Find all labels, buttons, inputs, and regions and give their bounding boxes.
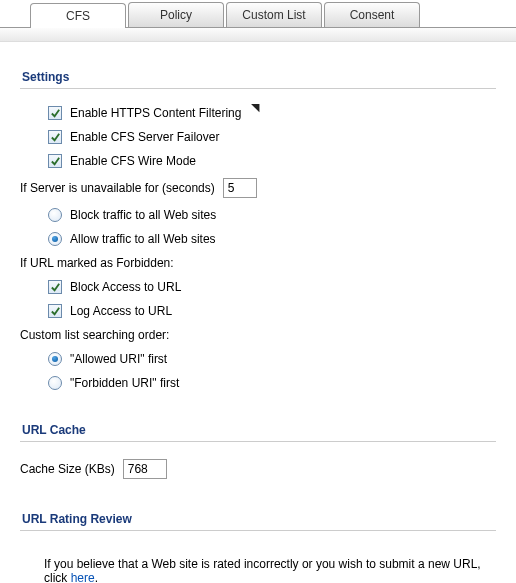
input-cache-size[interactable] <box>123 459 167 479</box>
label-url-forbidden: If URL marked as Forbidden: <box>20 256 174 270</box>
tab-bar: CFS Policy Custom List Consent <box>0 0 516 28</box>
label-block-url: Block Access to URL <box>70 280 181 294</box>
label-cfs-wire: Enable CFS Wire Mode <box>70 154 196 168</box>
rating-tail: . <box>95 571 98 583</box>
label-cache-size: Cache Size (KBs) <box>20 462 115 476</box>
radio-allow-all[interactable] <box>48 232 62 246</box>
section-header-url-cache: URL Cache <box>20 395 496 442</box>
tab-custom-list[interactable]: Custom List <box>226 2 322 27</box>
checkbox-log-url[interactable] <box>48 304 62 318</box>
checkbox-block-url[interactable] <box>48 280 62 294</box>
label-cfs-failover: Enable CFS Server Failover <box>70 130 219 144</box>
label-https-filter: Enable HTTPS Content Filtering <box>70 106 241 120</box>
rating-info: If you believe that a Web site is rated … <box>20 543 496 583</box>
label-log-url: Log Access to URL <box>70 304 172 318</box>
caret-icon: ◥ <box>251 101 259 114</box>
label-forbidden-first: "Forbidden URI" first <box>70 376 179 390</box>
section-header-settings: Settings <box>20 42 496 89</box>
radio-allowed-first[interactable] <box>48 352 62 366</box>
tab-policy[interactable]: Policy <box>128 2 224 27</box>
gloss-bar <box>0 28 516 42</box>
tab-consent[interactable]: Consent <box>324 2 420 27</box>
label-server-unavailable: If Server is unavailable for (seconds) <box>20 181 215 195</box>
input-server-unavailable[interactable] <box>223 178 257 198</box>
rating-text: If you believe that a Web site is rated … <box>44 557 481 583</box>
checkbox-cfs-wire[interactable] <box>48 154 62 168</box>
label-allowed-first: "Allowed URI" first <box>70 352 167 366</box>
label-block-all: Block traffic to all Web sites <box>70 208 216 222</box>
radio-block-all[interactable] <box>48 208 62 222</box>
tab-cfs[interactable]: CFS <box>30 3 126 28</box>
label-custom-order: Custom list searching order: <box>20 328 169 342</box>
checkbox-https-filter[interactable] <box>48 106 62 120</box>
radio-forbidden-first[interactable] <box>48 376 62 390</box>
checkbox-cfs-failover[interactable] <box>48 130 62 144</box>
rating-link[interactable]: here <box>71 571 95 583</box>
label-allow-all: Allow traffic to all Web sites <box>70 232 216 246</box>
section-header-url-rating: URL Rating Review <box>20 484 496 531</box>
